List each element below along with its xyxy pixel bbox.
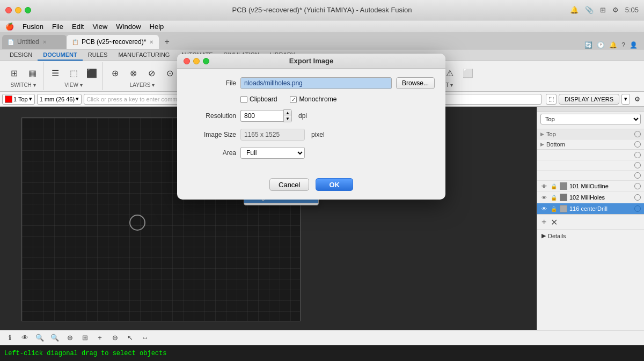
resolution-spinner: ▲ ▼ — [240, 109, 292, 122]
ok-button[interactable]: OK — [316, 178, 353, 191]
imagesize-unit: pixel — [311, 131, 325, 138]
dialog-minimize-btn[interactable] — [193, 58, 200, 64]
dialog-overlay: Export Image File Browse... Clipboard ✓ … — [0, 0, 644, 361]
resolution-label: Resolution — [188, 112, 236, 120]
monochrome-checkbox[interactable]: ✓ — [290, 96, 297, 103]
resolution-up[interactable]: ▲ — [284, 110, 291, 116]
dialog-titlebar: Export Image — [177, 54, 445, 69]
dialog-resolution-row: Resolution ▲ ▼ dpi — [188, 109, 435, 122]
dialog-area-row: Area Full Board Selection — [188, 147, 435, 159]
resolution-down[interactable]: ▼ — [284, 116, 291, 122]
dialog-imagesize-row: Image Size pixel — [188, 129, 435, 141]
resolution-spinner-buttons: ▲ ▼ — [283, 109, 292, 122]
dialog-title: Export Image — [289, 57, 333, 65]
monochrome-label: Monochrome — [299, 95, 336, 103]
export-dialog: Export Image File Browse... Clipboard ✓ … — [177, 54, 445, 200]
dialog-body: File Browse... Clipboard ✓ Monochrome Re… — [177, 69, 445, 174]
monochrome-checkbox-item: ✓ Monochrome — [290, 95, 336, 103]
dialog-zoom-btn[interactable] — [203, 58, 209, 64]
browse-button[interactable]: Browse... — [396, 77, 435, 89]
imagesize-input — [240, 129, 305, 141]
dialog-window-controls[interactable] — [184, 58, 209, 64]
clipboard-label: Clipboard — [250, 95, 277, 103]
dialog-close-btn[interactable] — [184, 58, 190, 64]
dialog-footer: Cancel OK — [177, 174, 445, 200]
area-label: Area — [188, 149, 236, 157]
clipboard-checkbox-item: Clipboard — [240, 95, 277, 103]
dialog-checkbox-row: Clipboard ✓ Monochrome — [188, 95, 435, 103]
dialog-file-row: File Browse... — [188, 77, 435, 89]
area-select[interactable]: Full Board Selection — [240, 147, 305, 159]
imagesize-label: Image Size — [188, 131, 236, 138]
file-input[interactable] — [240, 77, 392, 89]
resolution-unit: dpi — [298, 112, 307, 120]
resolution-input[interactable] — [240, 110, 283, 122]
file-label: File — [188, 79, 236, 87]
cancel-button[interactable]: Cancel — [269, 178, 309, 191]
clipboard-checkbox[interactable] — [240, 96, 247, 103]
